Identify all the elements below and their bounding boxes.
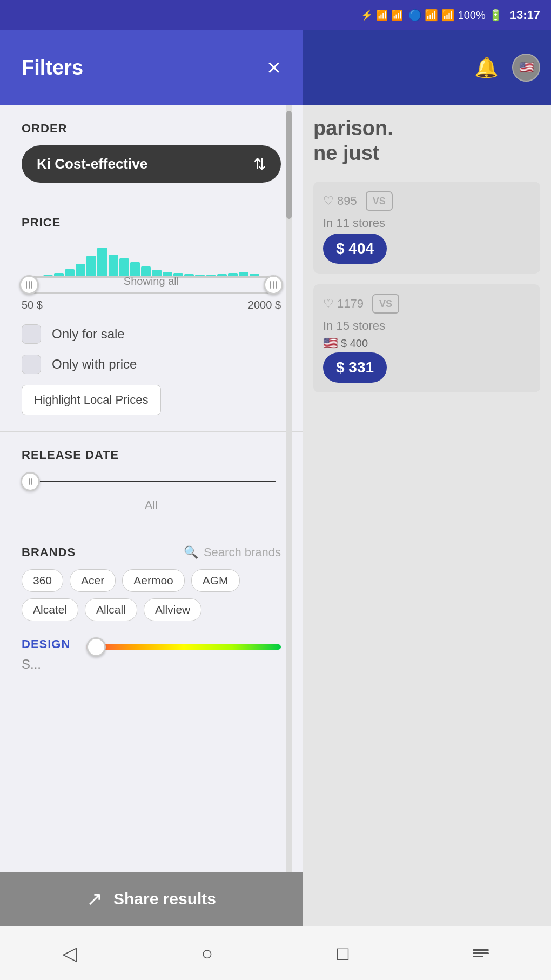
thumb-lines-left [26,281,32,289]
filter-content: ORDER Ki Cost-effective ⇅ PRICE Showing … [0,105,303,699]
battery-text: 🔵 📶 📶 100% [408,9,486,22]
brand-tag[interactable]: Acer [70,569,116,592]
price-slider-rail: Showing all [22,276,281,294]
release-date-label: RELEASE DATE [22,448,281,462]
in-stores-label-2: In 15 stores [323,319,530,333]
thumb-line [31,478,32,485]
nav-recents-icon[interactable]: □ [337,942,349,965]
price-bar [119,258,129,277]
price-section-label: PRICE [22,216,281,230]
nav-home-icon[interactable]: ○ [201,942,213,965]
design-color-track [86,644,281,650]
release-track [27,481,276,482]
likes-count-1: ♡ 895 [323,194,357,208]
only-with-price-checkbox[interactable] [22,355,41,374]
brand-tag[interactable]: Alcatel [22,598,78,621]
price-button-1[interactable]: $ 404 [323,234,387,264]
price-range-labels: 50 $ 2000 $ [22,299,281,311]
scroll-indicator [286,105,292,926]
status-bar: ⚡ 📶 📶 🔵 📶 📶 100% 🔋 13:17 [0,0,551,30]
release-date-value: All [22,498,281,512]
right-content-area: parison. ne just ♡ 895 VS In 11 stores $… [303,105,551,926]
price-button-2[interactable]: $ 331 [323,352,387,383]
design-section: DESIGN S... [22,637,281,672]
price-bar [97,248,107,277]
filter-header: Filters × [0,30,303,105]
status-icons: ⚡ 📶 📶 🔵 📶 📶 100% 🔋 13:17 [361,8,540,22]
only-for-sale-label: Only for sale [52,326,125,342]
product-card-1: ♡ 895 VS In 11 stores $ 404 [313,182,540,274]
share-icon: ↗ [86,888,103,910]
design-slider-thumb[interactable] [86,637,106,657]
notification-bell-icon[interactable]: 🔔 [474,56,499,79]
thumb-line [276,281,277,289]
order-select-dropdown[interactable]: Ki Cost-effective ⇅ [22,145,281,183]
thumb-lines-right [270,281,277,289]
price-histogram [43,248,259,277]
signal-icon: 📶 [391,9,403,21]
design-sub-label: S... [22,657,281,672]
brands-search[interactable]: 🔍 Search brands [184,545,281,559]
menu-line [473,949,489,951]
avatar-flag-icon: 🇺🇸 [519,61,534,75]
order-selected-value: Ki Cost-effective [37,156,147,172]
highlight-local-prices-button[interactable]: Highlight Local Prices [22,385,161,415]
release-slider-thumb[interactable] [21,472,40,491]
nav-back-icon[interactable]: ◁ [62,942,77,965]
vs-button-2[interactable]: VS [372,294,399,314]
brands-search-placeholder: Search brands [204,545,281,559]
menu-line [473,952,489,954]
thumb-line [270,281,271,289]
navigation-bar: ◁ ○ □ [0,926,551,980]
share-results-button[interactable]: ↗ Share results [0,872,303,926]
right-heading-line1: parison. [313,116,540,141]
local-flag-icon: 🇺🇸 [323,336,338,350]
release-divider [0,529,303,529]
close-filter-button[interactable]: × [267,56,281,79]
price-bar [86,256,96,277]
nav-menu-icon[interactable] [473,949,489,957]
time-display: 13:17 [510,8,540,22]
wifi-icon: 📶 [376,9,388,21]
bluetooth-icon: ⚡ [361,9,373,21]
brand-tags-row-2: AlcatelAllcallAllview [22,598,281,621]
price-slider-thumb-left[interactable] [19,275,39,295]
price-bar [76,264,85,277]
product-meta-1: ♡ 895 VS [323,191,530,211]
price-section: PRICE Showing all [22,216,281,311]
brand-tag[interactable]: AGM [191,569,240,592]
heart-icon-2: ♡ [323,297,334,311]
menu-line [473,956,483,957]
release-date-slider [22,472,281,493]
right-heading: parison. ne just [313,116,540,165]
vs-button-1[interactable]: VS [366,191,393,211]
scroll-thumb[interactable] [286,111,292,219]
order-chevron-icon: ⇅ [253,155,266,173]
price-max-label: 2000 $ [248,299,281,311]
user-avatar[interactable]: 🇺🇸 [512,54,540,82]
order-divider [0,199,303,199]
price-min-label: 50 $ [22,299,43,311]
filter-panel-title: Filters [22,56,83,79]
thumb-line [29,281,30,289]
only-for-sale-checkbox[interactable] [22,324,41,344]
battery-icon: 🔋 [489,9,502,22]
filter-panel: Filters × ORDER Ki Cost-effective ⇅ PRIC… [0,30,303,926]
brand-tag[interactable]: 360 [22,569,63,592]
likes-count-2: ♡ 1179 [323,297,364,311]
product-meta-2: ♡ 1179 VS [323,294,530,314]
brand-tag[interactable]: Aermoo [122,569,185,592]
in-stores-label-1: In 11 stores [323,216,530,230]
brand-tag[interactable]: Allcall [85,598,137,621]
price-slider-thumb-right[interactable] [264,275,283,295]
thumb-line [29,478,30,485]
heart-icon-1: ♡ [323,194,334,208]
price-showing-label: Showing all [124,275,179,288]
release-date-section: RELEASE DATE All [22,448,281,512]
search-icon: 🔍 [184,545,198,559]
right-header-icons: 🔔 🇺🇸 [474,54,540,82]
local-price-2: 🇺🇸 $ 400 [323,336,530,350]
brand-tags-row-1: 360AcerAermooAGM [22,569,281,592]
share-results-label: Share results [113,890,216,908]
brand-tag[interactable]: Allview [144,598,201,621]
